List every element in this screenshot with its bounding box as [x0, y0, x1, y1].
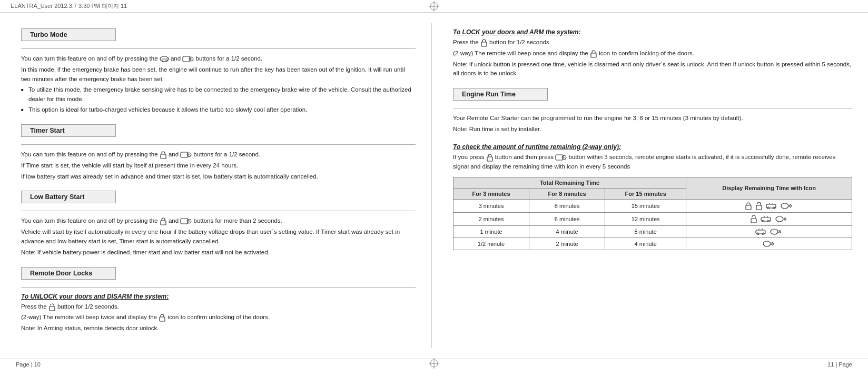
- timer-divider: [21, 144, 416, 145]
- low-battery-divider: [21, 211, 416, 211]
- svg-rect-12: [161, 221, 166, 225]
- svg-rect-8: [161, 154, 166, 159]
- row3-icons: [686, 225, 852, 237]
- low-battery-p3: Note: If vehicle battery power is declin…: [21, 248, 416, 258]
- icon-unlock-r1: [755, 202, 763, 210]
- icon-engine-r3: [755, 229, 767, 235]
- turbo-mode-section: Turbo Mode You can turn this feature on …: [21, 28, 416, 115]
- row3-c1: 1 minute: [453, 225, 529, 237]
- engine-divider: [453, 108, 852, 108]
- header-bar: ELANTRA_User 2012.3.7 3:30 PM 페이지 11: [0, 0, 868, 13]
- row3-c3: 8 minute: [605, 225, 686, 237]
- icon-lock-r1: [745, 202, 752, 210]
- svg-line-23: [563, 156, 566, 159]
- lock-arm-section: To LOCK your doors and ARM the system: P…: [453, 28, 852, 78]
- row1-icons: [686, 199, 852, 212]
- low-battery-p2: Vehicle will start by itself automatical…: [21, 227, 416, 246]
- low-battery-p1: You can turn this feature on and off by …: [21, 216, 416, 226]
- svg-point-38: [776, 216, 783, 222]
- row4-c3: 4 minute: [605, 237, 686, 250]
- svg-point-44: [771, 229, 778, 234]
- row4-c2: 2 minute: [529, 237, 605, 250]
- low-battery-title: Low Battery Start: [21, 191, 116, 203]
- svg-rect-17: [160, 317, 165, 321]
- row2-c2: 6 minutes: [529, 212, 605, 225]
- lock-icon-right: [480, 38, 488, 47]
- timer-p1: You can turn this feature on and off by …: [21, 150, 416, 160]
- row1-c1: 3 minutes: [453, 199, 529, 212]
- table-row: 1/2 minute 2 minute 4 minute: [453, 237, 852, 250]
- svg-rect-25: [756, 205, 762, 210]
- timer-start-section: Timer Start You can turn this feature on…: [21, 124, 416, 181]
- remote-icon1: [182, 55, 194, 63]
- svg-point-31: [781, 203, 788, 209]
- row4-icons: [686, 237, 852, 250]
- check-runtime-p1: If you press button and then press butto…: [453, 153, 852, 172]
- remote-locks-divider: [21, 287, 416, 288]
- check-runtime-heading: To check the amount of runtime remaining…: [453, 143, 852, 151]
- icon-remote-r2: [775, 215, 788, 223]
- row1-c2: 8 minutes: [529, 199, 605, 212]
- row2-c3: 12 minutes: [605, 212, 686, 225]
- unlock-p1: Press the button for 1/2 seconds.: [21, 302, 416, 312]
- table-row: 1 minute 4 minute 8 minute: [453, 225, 852, 237]
- turbo-p2: In this mode, if the emergency brake has…: [21, 65, 416, 84]
- turbo-divider: [21, 48, 416, 49]
- svg-rect-20: [487, 157, 492, 161]
- svg-rect-32: [751, 219, 756, 223]
- svg-text:eng: eng: [162, 57, 168, 62]
- svg-rect-18: [481, 42, 487, 46]
- timer-start-title: Timer Start: [21, 124, 116, 137]
- svg-rect-16: [50, 306, 55, 311]
- table-row: 3 minutes 8 minutes 15 minutes: [453, 199, 852, 212]
- left-panel: Turbo Mode You can turn this feature on …: [0, 23, 432, 348]
- remote-icon-check: [555, 154, 567, 161]
- timer-p3: If low battery start was already set in …: [21, 172, 416, 182]
- row4-c1: 1/2 minute: [453, 237, 529, 250]
- table-row: 2 minutes 6 minutes 12 minutes: [453, 212, 852, 225]
- icon-unlock-r2: [750, 215, 757, 223]
- unlock-p3: Note: In Arming status, remote detects d…: [21, 324, 416, 333]
- unlock-p2: (2-way) The remote will beep twice and d…: [21, 313, 416, 322]
- svg-line-15: [188, 220, 191, 222]
- runtime-table: Total Remaining Time Display Remaining T…: [453, 177, 852, 250]
- table-header-total: Total Remaining Time: [453, 177, 686, 188]
- unlock-icon-1: [48, 303, 56, 311]
- footer-bar: Page | 10 11 | Page: [0, 359, 868, 370]
- engine-icon: eng: [160, 55, 169, 63]
- svg-rect-24: [746, 205, 751, 210]
- svg-rect-19: [591, 53, 596, 57]
- svg-point-45: [763, 241, 771, 246]
- row2-c1: 2 minutes: [453, 212, 529, 225]
- lock-p1: Press the button for 1/2 seconds.: [453, 38, 852, 47]
- table-col1: For 3 minutes: [453, 188, 529, 199]
- remote-icon3: [180, 217, 192, 225]
- icon-engine-r1: [766, 203, 777, 209]
- row3-c2: 4 minute: [529, 225, 605, 237]
- row1-c3: 15 minutes: [605, 199, 686, 212]
- unlock-heading: To UNLOCK your doors and DISARM the syst…: [21, 293, 416, 300]
- table-col3: For 15 minutes: [605, 188, 686, 199]
- remote-door-locks-section: Remote Door Locks To UNLOCK your doors a…: [21, 267, 416, 333]
- table-col2: For 8 minutes: [529, 188, 605, 199]
- right-panel: To LOCK your doors and ARM the system: P…: [432, 23, 868, 348]
- turbo-bullet1: To utilize this mode, the emergency brak…: [21, 85, 416, 104]
- turbo-mode-title: Turbo Mode: [21, 28, 116, 41]
- low-battery-section: Low Battery Start You can turn this feat…: [21, 191, 416, 257]
- engine-run-time-title: Engine Run Time: [453, 88, 548, 101]
- lock-heading: To LOCK your doors and ARM the system:: [453, 28, 852, 36]
- svg-line-11: [188, 154, 191, 156]
- icon-engine-r2: [761, 216, 772, 222]
- svg-line-7: [190, 58, 193, 60]
- lock-icon-check: [486, 153, 494, 162]
- lock-icon-confirm: [590, 50, 597, 58]
- lock-p2: (2-way) The remote will beep once and di…: [453, 49, 852, 58]
- engine-run-time-section: Engine Run Time Your Remote Car Starter …: [453, 88, 852, 250]
- icon-remote-r3: [770, 228, 783, 235]
- table-header-display: Display Remaining Time with Icon: [686, 177, 852, 199]
- remote-icon2: [180, 151, 192, 159]
- page-wrapper: ELANTRA_User 2012.3.7 3:30 PM 페이지 11 Tur…: [0, 0, 868, 370]
- turbo-p1: You can turn this feature on and off by …: [21, 54, 416, 64]
- unlock-icon-2: [159, 313, 166, 322]
- crosshair-bottom-icon: [429, 358, 439, 369]
